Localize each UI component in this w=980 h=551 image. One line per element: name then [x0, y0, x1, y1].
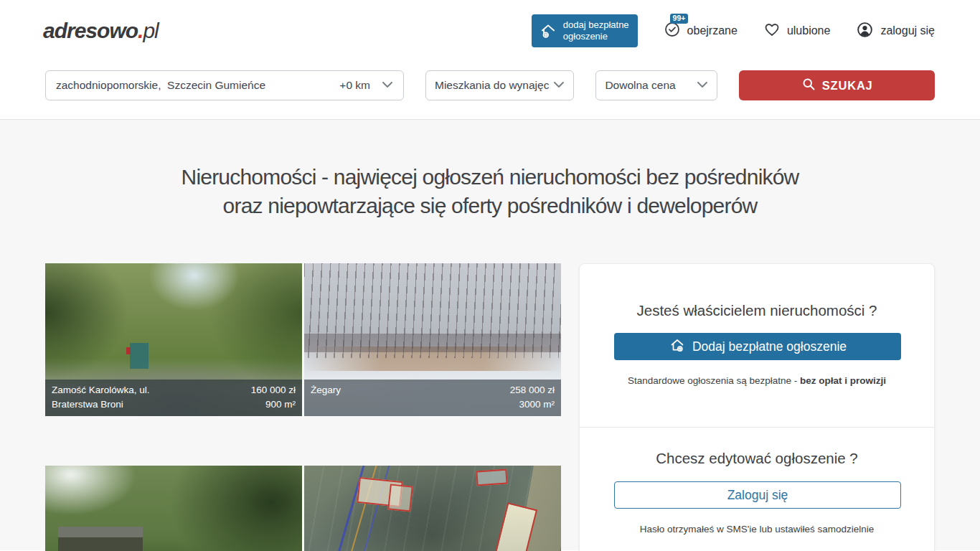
photo-decor	[126, 347, 131, 354]
listing-price: 160 000 zł	[251, 383, 296, 397]
viewed-count-badge: 99+	[670, 14, 689, 24]
logo-tld: pl	[143, 19, 158, 42]
listing-card[interactable]: Zamość Karolówka, ul. Braterstwa Broni 1…	[45, 263, 302, 416]
photo-decor	[387, 484, 413, 512]
price-value: Dowolna cena	[605, 79, 692, 92]
card-login-button[interactable]: Zaloguj się	[614, 481, 901, 509]
login-label: zaloguj się	[880, 24, 935, 37]
price-select[interactable]: Dowolna cena	[595, 70, 717, 100]
listing-area: 900 m²	[251, 397, 296, 412]
free-listing-note: Standardowe ogłoszenia są bezpłatne - be…	[580, 374, 934, 388]
listing-card[interactable]: Żegary 258 000 zł 3000 m²	[304, 263, 561, 416]
location-input[interactable]: zachodniopomorskie, Szczecin Gumieńce +0…	[45, 70, 404, 100]
listing-name: Żegary	[311, 383, 443, 412]
listing-price: 258 000 zł	[510, 383, 555, 397]
user-circle-icon	[856, 21, 874, 42]
search-bar: zachodniopomorskie, Szczecin Gumieńce +0…	[0, 62, 980, 120]
listing-photo	[304, 466, 561, 551]
listing-photo	[45, 466, 302, 551]
photo-decor	[130, 343, 149, 369]
owner-card-title: Jesteś właścicielem nieruchomości ?	[580, 264, 934, 320]
listing-name: Zamość Karolówka, ul. Braterstwa Broni	[52, 383, 184, 412]
site-header: adresowo.pl dodaj bezpłatne ogłoszenie	[0, 0, 980, 62]
add-free-listing-label: Dodaj bezpłatne ogłoszenie	[692, 339, 847, 354]
check-circle-icon	[664, 21, 681, 41]
favorites-link[interactable]: ulubione	[763, 21, 831, 41]
viewed-label: obejrzane	[687, 24, 738, 37]
photo-decor	[58, 527, 143, 551]
listing-card[interactable]: Rychliki 385 000 zł	[304, 466, 561, 551]
chevron-down-icon	[553, 79, 565, 92]
main-content: Nieruchomości - najwięcej ogłoszeń nieru…	[0, 120, 980, 550]
add-listing-label: dodaj bezpłatne ogłoszenie	[563, 19, 629, 42]
location-value: zachodniopomorskie, Szczecin Gumieńce	[56, 79, 334, 92]
search-button-label: SZUKAJ	[822, 79, 873, 93]
login-note: Hasło otrzymałeś w SMS'ie lub ustawiłeś …	[580, 522, 934, 537]
page-title: Nieruchomości - najwięcej ogłoszeń nieru…	[0, 120, 980, 220]
category-value: Mieszkania do wynajęc	[435, 79, 549, 92]
logo-text: adresowo	[43, 19, 138, 42]
edit-card-title: Chcesz edytować ogłoszenie ?	[580, 428, 934, 468]
favorites-label: ulubione	[787, 24, 831, 37]
chevron-down-icon	[382, 79, 393, 92]
logo[interactable]: adresowo.pl	[43, 19, 159, 43]
viewed-link[interactable]: 99+ obejrzane	[664, 21, 738, 41]
house-plus-icon	[669, 336, 686, 357]
search-icon	[801, 77, 816, 95]
search-button[interactable]: SZUKAJ	[739, 70, 935, 100]
category-select[interactable]: Mieszkania do wynajęc	[425, 70, 574, 100]
listing-card[interactable]: Korenowo Pieszycke, ul. 240 000 zł	[45, 466, 302, 551]
listing-caption: Zamość Karolówka, ul. Braterstwa Broni 1…	[45, 380, 302, 416]
listing-caption: Żegary 258 000 zł 3000 m²	[304, 380, 561, 416]
listings-grid: Zamość Karolówka, ul. Braterstwa Broni 1…	[45, 263, 561, 551]
card-login-label: Zaloguj się	[727, 488, 788, 503]
add-listing-button[interactable]: dodaj bezpłatne ogłoszenie	[532, 14, 638, 47]
chevron-down-icon	[697, 79, 708, 92]
heart-icon	[763, 21, 781, 41]
radius-value: +0 km	[339, 79, 370, 92]
listing-area: 3000 m²	[510, 397, 555, 412]
login-link[interactable]: zaloguj się	[856, 21, 935, 42]
house-plus-icon	[539, 22, 557, 40]
photo-decor	[476, 468, 507, 486]
add-free-listing-button[interactable]: Dodaj bezpłatne ogłoszenie	[614, 333, 901, 360]
owner-card: Jesteś właścicielem nieruchomości ? Doda…	[579, 263, 935, 551]
header-actions: dodaj bezpłatne ogłoszenie 99+ obejrzane	[532, 14, 935, 47]
